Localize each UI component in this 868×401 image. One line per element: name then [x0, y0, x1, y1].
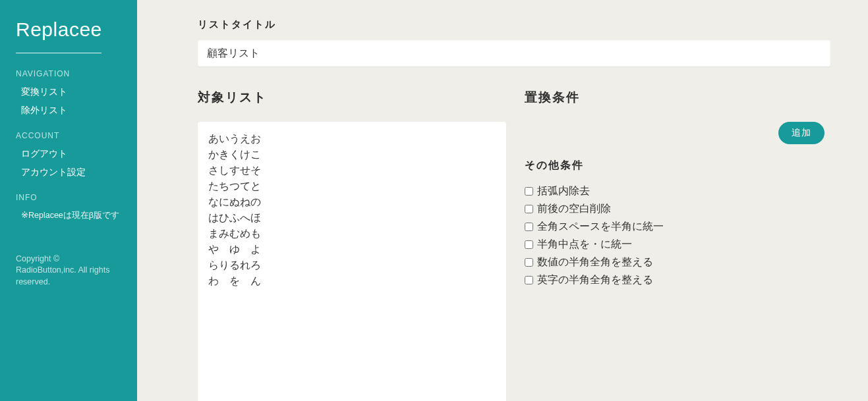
info-note: ※Replaceeは現在β版です — [21, 210, 121, 222]
other-condition-checkbox[interactable] — [525, 205, 533, 213]
other-condition-checkbox[interactable] — [525, 187, 533, 196]
list-title-input[interactable] — [198, 40, 830, 67]
other-condition-row[interactable]: 前後の空白削除 — [525, 202, 831, 216]
info-heading: INFO — [16, 193, 121, 202]
main-content: リストタイトル 対象リスト 置換条件 追加 その他条件 括弧内除去前後の空白削除… — [137, 0, 868, 401]
other-condition-row[interactable]: 英字の半角全角を整える — [525, 273, 831, 287]
other-condition-label: 前後の空白削除 — [537, 202, 611, 216]
other-condition-label: 英字の半角全角を整える — [537, 273, 653, 287]
target-list-heading: 対象リスト — [198, 89, 506, 106]
sidebar: Replacee NAVIGATION 変換リスト 除外リスト ACCOUNT … — [0, 0, 137, 401]
other-condition-checkbox[interactable] — [525, 258, 533, 267]
other-conditions-heading: その他条件 — [525, 159, 831, 173]
other-condition-label: 半角中点を・に統一 — [537, 238, 632, 252]
sidebar-item-account-settings[interactable]: アカウント設定 — [21, 167, 121, 178]
other-condition-label: 数値の半角全角を整える — [537, 255, 653, 269]
sidebar-item-convert-list[interactable]: 変換リスト — [21, 86, 121, 98]
divider — [16, 53, 101, 53]
other-condition-label: 括弧内除去 — [537, 184, 590, 198]
other-condition-label: 全角スペースを半角に統一 — [537, 220, 664, 234]
sidebar-item-exclude-list[interactable]: 除外リスト — [21, 105, 121, 117]
other-condition-checkbox[interactable] — [525, 276, 533, 284]
other-condition-checkbox[interactable] — [525, 240, 533, 249]
app-logo: Replacee — [16, 18, 121, 41]
list-title-label: リストタイトル — [198, 18, 831, 31]
target-list-textarea[interactable] — [198, 122, 506, 401]
nav-heading: NAVIGATION — [16, 69, 121, 78]
other-condition-row[interactable]: 半角中点を・に統一 — [525, 238, 831, 252]
other-condition-checkbox[interactable] — [525, 223, 533, 231]
copyright: Copyright © RadioButton,inc. All rights … — [16, 254, 121, 288]
other-condition-row[interactable]: 数値の半角全角を整える — [525, 255, 831, 269]
sidebar-item-logout[interactable]: ログアウト — [21, 148, 121, 160]
replace-conditions-heading: 置換条件 — [525, 89, 831, 106]
other-condition-row[interactable]: 全角スペースを半角に統一 — [525, 220, 831, 234]
add-button[interactable]: 追加 — [778, 122, 825, 144]
other-condition-row[interactable]: 括弧内除去 — [525, 184, 831, 198]
account-heading: ACCOUNT — [16, 131, 121, 140]
